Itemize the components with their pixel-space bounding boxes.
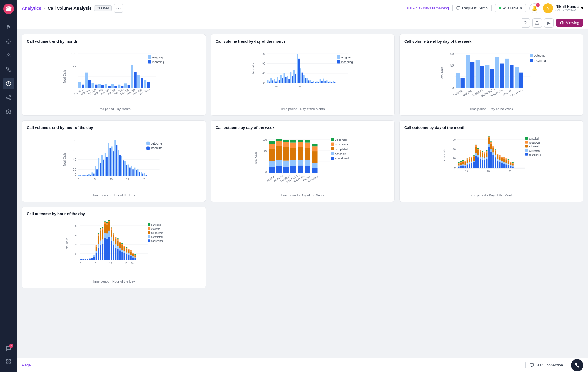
sidebar-item-overview[interactable]: ◎ (3, 35, 14, 47)
svg-rect-252 (305, 140, 310, 142)
chart5-area: 100 50 0 (216, 133, 390, 192)
sidebar-item-apps[interactable] (3, 356, 14, 367)
svg-rect-387 (503, 157, 505, 157)
svg-text:SUNDAY: SUNDAY (453, 89, 464, 97)
svg-rect-315 (471, 162, 472, 163)
chart1-area: 100 50 0 (27, 47, 201, 106)
svg-text:20: 20 (73, 168, 76, 171)
sidebar-item-workflows[interactable] (3, 92, 14, 104)
svg-rect-394 (508, 161, 509, 164)
svg-rect-246 (298, 142, 303, 147)
svg-rect-132 (480, 66, 484, 88)
svg-text:0: 0 (75, 86, 76, 89)
svg-rect-516 (130, 251, 132, 255)
chart6-area: 60 40 20 0 (404, 133, 578, 192)
svg-rect-512 (128, 250, 129, 253)
sidebar-item-calls[interactable] (3, 64, 14, 75)
svg-rect-522 (132, 253, 134, 254)
svg-text:20: 20 (142, 178, 145, 181)
sidebar-logo[interactable]: ☎ (3, 4, 14, 14)
svg-text:40: 40 (75, 243, 78, 246)
more-options-button[interactable]: ⋯ (114, 4, 123, 13)
call-button[interactable] (571, 359, 583, 371)
chart3-title: Call volume trend by day of the week (404, 39, 578, 44)
svg-rect-434 (89, 259, 91, 260)
charts-grid: Call volume trend by month 100 50 0 (22, 34, 583, 202)
breadcrumb-analytics[interactable]: Analytics (22, 6, 41, 11)
svg-rect-393 (508, 164, 509, 165)
fullscreen-button[interactable]: ▶ (544, 18, 554, 28)
chart6-svg: 60 40 20 0 (404, 133, 578, 192)
user-menu[interactable]: N Nikhil Kanda ON BROWSER ▾ (543, 3, 583, 13)
sidebar-item-analytics[interactable] (3, 78, 14, 89)
svg-rect-59 (148, 60, 151, 63)
svg-text:Total Calls: Total Calls (440, 67, 444, 80)
svg-rect-257 (312, 144, 318, 146)
svg-rect-83 (290, 72, 291, 83)
topbar-left: Analytics › Call Volume Analysis Curated… (22, 4, 405, 13)
svg-rect-138 (510, 65, 513, 88)
svg-rect-251 (305, 143, 310, 148)
svg-rect-321 (473, 156, 475, 157)
request-demo-button[interactable]: Request Demo (452, 4, 492, 12)
svg-text:abandoned: abandoned (151, 240, 163, 243)
svg-rect-348 (486, 152, 487, 157)
svg-rect-73 (274, 79, 275, 83)
svg-rect-389 (505, 163, 507, 164)
svg-rect-492 (119, 250, 121, 260)
svg-rect-517 (130, 250, 132, 251)
test-connection-button[interactable]: Test Connection (525, 361, 567, 369)
svg-text:40: 40 (452, 147, 456, 151)
svg-rect-150 (530, 54, 533, 57)
svg-rect-178 (103, 160, 104, 176)
available-button[interactable]: Available ▾ (495, 4, 526, 12)
svg-rect-196 (132, 169, 133, 176)
svg-rect-140 (519, 73, 523, 88)
help-button[interactable]: ? (521, 18, 530, 28)
svg-text:0: 0 (80, 262, 81, 265)
svg-text:10: 10 (110, 178, 113, 181)
sidebar-item-settings[interactable] (3, 106, 14, 118)
svg-rect-195 (131, 166, 132, 176)
svg-rect-360 (490, 141, 492, 142)
svg-rect-503 (124, 247, 125, 251)
notification-button[interactable]: 🔔 1 (529, 3, 539, 13)
sidebar-item-chat[interactable]: 7 (3, 343, 14, 354)
svg-text:Total Calls: Total Calls (254, 152, 257, 165)
svg-rect-24 (85, 73, 88, 88)
svg-text:outgoing: outgoing (341, 56, 352, 59)
svg-rect-291 (460, 165, 462, 166)
sidebar-item-dashboard[interactable]: ⚑ (3, 21, 14, 33)
svg-text:abandoned: abandoned (529, 153, 541, 156)
svg-rect-519 (132, 257, 134, 260)
bottom-bar: Page 1 Test Connection (17, 358, 588, 372)
curated-tag[interactable]: Curated (94, 5, 112, 11)
svg-rect-388 (505, 164, 507, 168)
svg-rect-343 (484, 158, 485, 160)
svg-rect-84 (292, 76, 293, 83)
svg-rect-240 (290, 148, 296, 160)
svg-rect-190 (123, 160, 124, 176)
svg-rect-79 (284, 73, 285, 83)
svg-text:canceled: canceled (335, 152, 346, 155)
svg-rect-9 (9, 359, 11, 361)
svg-rect-466 (106, 223, 108, 225)
svg-rect-508 (126, 248, 127, 249)
svg-rect-347 (486, 157, 487, 159)
svg-rect-527 (134, 254, 136, 255)
svg-rect-82 (288, 79, 290, 83)
viewing-button[interactable]: Viewing (556, 19, 583, 27)
svg-rect-346 (486, 159, 487, 168)
svg-rect-489 (117, 241, 118, 246)
svg-rect-317 (471, 157, 472, 158)
svg-rect-441 (96, 245, 97, 246)
svg-rect-86 (295, 74, 296, 83)
svg-rect-419 (525, 153, 528, 155)
user-avatar: N (543, 3, 553, 13)
sidebar-item-contacts[interactable] (3, 49, 14, 61)
export-button[interactable] (532, 18, 542, 28)
svg-rect-467 (106, 222, 108, 223)
svg-text:voicemail: voicemail (335, 138, 347, 141)
svg-rect-239 (290, 160, 296, 166)
svg-rect-247 (298, 140, 303, 142)
